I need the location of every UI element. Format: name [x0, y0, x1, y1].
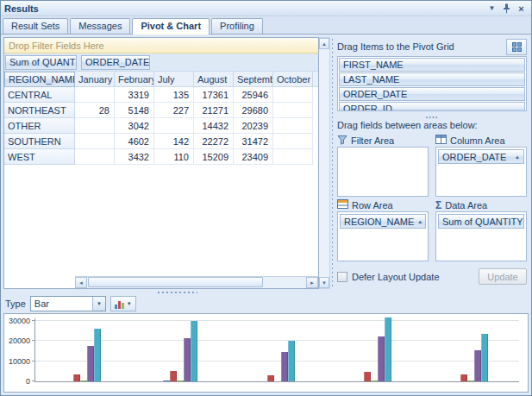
y-axis-tick	[32, 361, 34, 361]
y-axis-tick-label: 20000	[4, 336, 30, 345]
pivot-cell[interactable]: 135	[154, 87, 194, 103]
area-field-button[interactable]: ORDER_DATE▲	[438, 149, 524, 164]
column-header-july[interactable]: July	[154, 72, 194, 87]
area-field-label: REGION_NAME	[344, 217, 414, 227]
pivot-cell[interactable]: 25946	[234, 87, 273, 103]
area-field-button[interactable]: REGION_NAME▲	[340, 214, 426, 229]
chart-type-select[interactable]: Bar ▼	[30, 296, 106, 311]
pivot-cell[interactable]	[75, 87, 115, 103]
splitter-handle[interactable]	[158, 292, 197, 293]
bar-group-southern	[326, 318, 422, 381]
column-header-october[interactable]: October	[273, 72, 313, 87]
scrollbar-track[interactable]	[87, 277, 306, 288]
pivot-cell[interactable]	[154, 118, 194, 134]
defer-layout-checkbox[interactable]	[337, 272, 347, 282]
chevron-down-icon[interactable]: ▼	[92, 297, 105, 311]
tab-messages[interactable]: Messages	[70, 18, 130, 34]
chart-bar	[80, 380, 87, 381]
pin-icon[interactable]	[500, 3, 513, 14]
pivot-cell[interactable]: 3042	[115, 118, 154, 134]
pivot-cell[interactable]: 3432	[115, 149, 154, 165]
filter-drop-zone[interactable]: Drop Filter Fields Here	[4, 38, 318, 53]
field-list-item[interactable]: ORDER_DATE	[339, 87, 525, 101]
titlebar: Results ▼ ×	[1, 1, 531, 16]
pivot-cell[interactable]	[273, 149, 313, 165]
pivot-cell[interactable]: 5148	[115, 103, 154, 118]
pivot-cell[interactable]: 142	[154, 134, 194, 149]
pivot-cell[interactable]: 15209	[194, 149, 234, 165]
tab-result-sets[interactable]: Result Sets	[3, 18, 68, 34]
column-header-august[interactable]: August	[194, 72, 234, 87]
field-list-item[interactable]: FIRST_NAME	[339, 58, 525, 72]
column-area-box[interactable]: ORDER_DATE▲	[435, 147, 527, 197]
row-area-box[interactable]: REGION_NAME▲	[337, 211, 429, 261]
chart-options-icon	[115, 299, 124, 309]
field-list-item[interactable]: LAST_NAME	[339, 72, 525, 86]
row-header-cell[interactable]: CENTRAL	[4, 87, 75, 103]
row-filler	[313, 87, 318, 103]
pivot-layout-button[interactable]	[506, 39, 527, 55]
pivot-cell[interactable]: 110	[154, 149, 194, 165]
close-icon[interactable]: ×	[515, 3, 528, 14]
pivot-cell[interactable]	[273, 118, 313, 134]
pivot-cell[interactable]	[75, 149, 115, 165]
scroll-up-icon[interactable]: ▲	[319, 38, 329, 49]
pivot-cell[interactable]: 14432	[194, 118, 234, 134]
column-header-january[interactable]: January	[75, 72, 115, 87]
pivot-cell[interactable]: 28	[75, 103, 115, 118]
chart-options-button[interactable]: ▼	[110, 296, 136, 311]
chart-bar	[94, 329, 101, 381]
scrollbar-thumb[interactable]	[88, 277, 263, 287]
pivot-cell[interactable]: 21271	[194, 103, 234, 118]
scroll-left-icon[interactable]: ◄	[75, 277, 87, 288]
row-field-button[interactable]: REGION_NAME▲	[4, 72, 75, 87]
pivot-cell[interactable]	[273, 103, 313, 118]
field-list-resize-handle[interactable]: ....	[337, 111, 527, 118]
tab-strip: Result SetsMessagesPivot & ChartProfilin…	[1, 16, 531, 35]
pivot-cell[interactable]: 31472	[234, 134, 273, 149]
filter-area-label: Filter Area	[351, 135, 394, 146]
pivot-cell[interactable]	[273, 87, 313, 103]
chooser-bottom-row: Defer Layout Update Update	[337, 268, 527, 285]
column-header-september[interactable]: September	[234, 72, 273, 87]
pivot-cell[interactable]: 23409	[234, 149, 273, 165]
row-header-cell[interactable]: SOUTHERN	[4, 134, 75, 149]
field-chooser-panel: Drag Items to the Pivot Grid FIRST_NAMEL…	[335, 37, 529, 289]
header-filler	[313, 72, 318, 87]
pivot-cell[interactable]	[75, 134, 115, 149]
update-button[interactable]: Update	[479, 268, 527, 285]
filter-area-box[interactable]	[337, 147, 429, 197]
grid-layout-icon	[512, 42, 522, 52]
pivot-cell[interactable]: 227	[154, 103, 194, 118]
column-field-label: ORDER_DATE	[85, 57, 149, 67]
pivot-cell[interactable]	[75, 118, 115, 134]
tab-profiling[interactable]: Profiling	[211, 18, 263, 34]
row-header-cell[interactable]: OTHER	[4, 118, 75, 134]
row-header-cell[interactable]: NORTHEAST	[4, 103, 75, 118]
scroll-right-icon[interactable]: ►	[306, 277, 318, 288]
pivot-cell[interactable]: 4602	[115, 134, 154, 149]
row-header-cell[interactable]: WEST	[4, 149, 75, 165]
area-field-button[interactable]: Sum of QUANTITY	[438, 214, 524, 229]
vertical-scrollbar[interactable]: ▲ ▼	[319, 37, 330, 289]
data-field-button[interactable]: Sum of QUANTITY	[5, 55, 77, 70]
column-header-february[interactable]: February	[115, 72, 154, 87]
bar-group-central	[35, 318, 132, 381]
pivot-cell[interactable]: 3319	[115, 87, 154, 103]
splitter-horizontal[interactable]	[1, 289, 531, 295]
pivot-cell[interactable]: 29680	[234, 103, 273, 118]
column-field-button[interactable]: ORDER_DATE ▲	[81, 55, 150, 70]
tab-pivot-chart[interactable]: Pivot & Chart	[132, 18, 210, 35]
data-area-box[interactable]: Sum of QUANTITY	[435, 211, 527, 261]
pivot-cell[interactable]: 20239	[234, 118, 273, 134]
pivot-cell[interactable]: 17361	[194, 87, 234, 103]
pivot-cell[interactable]: 22272	[194, 134, 234, 149]
chart-bar	[73, 374, 80, 381]
defer-layout-label: Defer Layout Update	[352, 272, 440, 282]
chevron-down-icon[interactable]: ▼	[485, 3, 498, 14]
scroll-down-icon[interactable]: ▼	[319, 277, 329, 288]
horizontal-scrollbar[interactable]: ◄ ►	[75, 276, 318, 288]
pivot-cell[interactable]	[273, 134, 313, 149]
field-list: FIRST_NAMELAST_NAMEORDER_DATEORDER_ID	[337, 56, 527, 111]
splitter-vertical[interactable]	[330, 37, 335, 289]
